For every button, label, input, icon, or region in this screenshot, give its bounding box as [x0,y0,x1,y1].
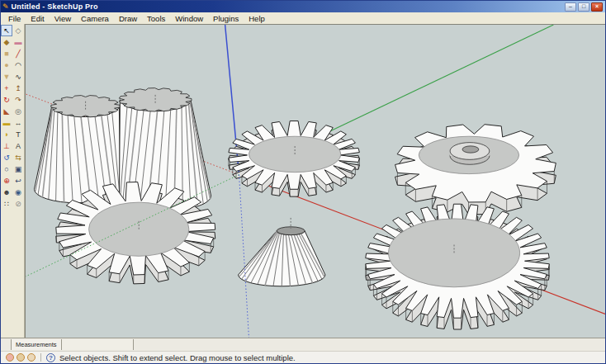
restore-button[interactable]: □ [578,2,589,12]
tool-circle[interactable]: ● [1,59,12,71]
spur-gear-right[interactable] [395,125,556,215]
tool-push-pull[interactable]: ↥ [12,83,24,94]
title-bar[interactable]: ✎ Untitled - SketchUp Pro –□× [1,1,605,12]
tool-paint-bucket[interactable]: ◆ [1,36,12,48]
tool-scale[interactable]: ◣ [1,106,12,117]
sketchup-window: ✎ Untitled - SketchUp Pro –□× FileEditVi… [0,0,606,364]
tool-protractor[interactable]: ◗ [1,129,12,140]
close-button[interactable]: × [591,2,603,12]
section-plane-icon: ⊘ [15,201,21,208]
tool-arc[interactable]: ◠ [12,59,24,71]
arc-icon: ◠ [15,62,21,69]
status-indicators [6,353,36,362]
statusbar-divider [40,353,41,362]
menu-bar: FileEditViewCameraDrawToolsWindowPlugins… [1,12,605,24]
pan-icon: ⇆ [15,154,21,162]
offset-icon: ◎ [15,108,21,116]
window-title: Untitled - SketchUp Pro [12,2,562,11]
measurements-row: Measurements [1,338,605,351]
bevel-crown-gear-top[interactable] [229,121,359,197]
menu-edit[interactable]: Edit [26,14,49,23]
tool-section-plane[interactable]: ⊘ [12,198,24,210]
bevel-ring-gear-bottom-right[interactable] [366,204,550,329]
blue-axis-dotted [239,175,249,338]
tool-orbit[interactable]: ↺ [1,152,12,163]
select-icon: ↖ [3,27,10,35]
position-camera-icon: ☻ [2,189,10,196]
tool-axes[interactable]: ⊥ [1,140,12,152]
tool-zoom-previous[interactable]: ↩ [12,175,24,187]
tool-offset[interactable]: ◎ [12,106,24,117]
menu-view[interactable]: View [50,14,76,23]
tool-zoom-window[interactable]: ▣ [12,163,24,175]
scale-icon: ◣ [4,108,10,116]
3d-text-icon: A [16,143,21,150]
rotate-icon: ↻ [3,97,10,104]
menu-tools[interactable]: Tools [142,14,170,23]
tool-palette: ↖◇◆▬■╱●◠▼∿+↥↻↷◣◎▬↔◗T⊥A↺⇆○▣⊕↩☻◉∷⊘ [1,24,25,338]
tool-make-component[interactable]: ◇ [12,25,24,36]
tool-tape-measure[interactable]: ▬ [1,117,12,129]
viewport-3d[interactable] [25,24,605,338]
circle-icon: ● [4,62,8,69]
zoom-window-icon: ▣ [15,166,22,173]
menu-plugins[interactable]: Plugins [208,14,244,23]
tool-3d-text[interactable]: A [12,140,24,152]
tool-look-around[interactable]: ◉ [12,187,24,198]
tool-text[interactable]: T [12,129,24,140]
menu-draw[interactable]: Draw [114,14,142,23]
tool-dimension[interactable]: ↔ [12,117,24,129]
tool-walk[interactable]: ∷ [1,198,12,210]
text-icon: T [16,131,21,139]
tool-freehand[interactable]: ∿ [12,71,24,83]
tool-follow-me[interactable]: ↷ [12,94,24,106]
tool-zoom[interactable]: ○ [1,163,12,175]
tool-line[interactable]: ╱ [12,48,24,59]
help-icon[interactable]: ? [46,353,55,362]
menu-help[interactable]: Help [244,14,270,23]
paint-bucket-icon: ◆ [4,39,10,46]
tool-position-camera[interactable]: ☻ [1,187,12,198]
make-component-icon: ◇ [16,27,21,35]
tape-measure-icon: ▬ [3,120,11,127]
status-indicator-3[interactable] [27,353,36,362]
tool-select[interactable]: ↖ [1,25,12,36]
measurements-input[interactable] [62,339,134,350]
menu-file[interactable]: File [3,14,26,23]
tool-pan[interactable]: ⇆ [12,152,24,163]
eraser-icon: ▬ [15,39,22,46]
walk-icon: ∷ [4,201,9,208]
zoom-extents-icon: ⊕ [3,177,10,185]
status-bar: ? Select objects. Shift to extend select… [1,351,605,363]
gears-scene [26,25,605,338]
tool-polygon[interactable]: ▼ [1,71,12,83]
polygon-icon: ▼ [3,73,11,81]
tool-zoom-extents[interactable]: ⊕ [1,175,12,187]
freehand-icon: ∿ [15,73,21,81]
zoom-previous-icon: ↩ [15,177,21,185]
minimize-button[interactable]: – [565,2,576,12]
measurements-label: Measurements [11,339,62,350]
line-icon: ╱ [16,50,20,58]
tool-rotate[interactable]: ↻ [1,94,12,106]
menu-window[interactable]: Window [170,14,208,23]
main-area: ↖◇◆▬■╱●◠▼∿+↥↻↷◣◎▬↔◗T⊥A↺⇆○▣⊕↩☻◉∷⊘ [1,24,605,338]
status-hint-text: Select objects. Shift to extend select. … [58,353,296,362]
tool-eraser[interactable]: ▬ [12,36,24,48]
rectangle-icon: ■ [4,50,8,58]
status-indicator-1[interactable] [6,353,14,362]
protractor-icon: ◗ [4,131,8,139]
bevel-cone-gear-center[interactable] [239,218,325,286]
dimension-icon: ↔ [15,120,22,127]
tool-rectangle[interactable]: ■ [1,48,12,59]
move-icon: + [4,85,8,92]
menu-camera[interactable]: Camera [76,14,114,23]
look-around-icon: ◉ [15,189,21,196]
status-indicator-2[interactable] [17,353,25,362]
orbit-icon: ↺ [3,154,10,162]
follow-me-icon: ↷ [15,97,21,104]
window-controls: –□× [565,2,604,12]
push-pull-icon: ↥ [15,85,21,92]
tool-move[interactable]: + [1,83,12,94]
axes-icon: ⊥ [3,143,10,150]
